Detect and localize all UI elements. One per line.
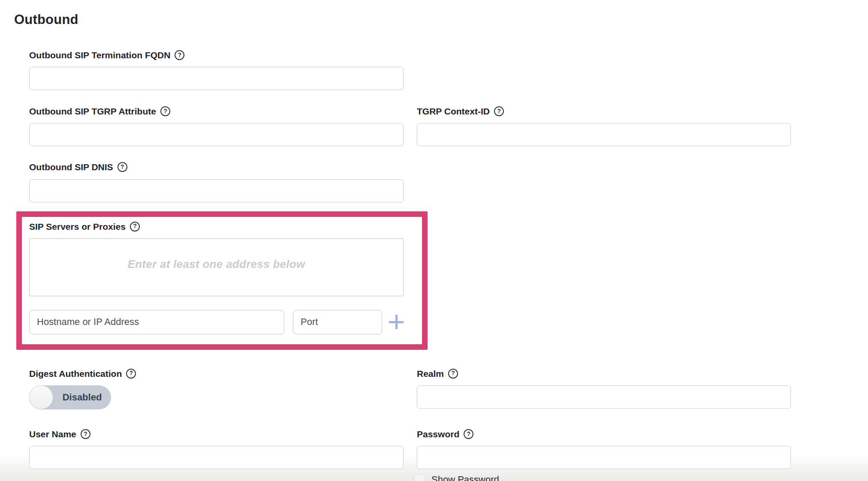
tgrp-context-id-label: TGRP Context-ID (417, 106, 490, 117)
dnis-label-row: Outbound SIP DNIS ? (29, 162, 404, 172)
password-help-icon[interactable]: ? (464, 429, 473, 439)
add-address-button plus-icon[interactable] (389, 315, 404, 329)
show-password-checkbox[interactable] (414, 474, 425, 481)
tgrp-context-id-input[interactable] (417, 123, 791, 146)
user-name-label: User Name (29, 429, 76, 439)
hostname-input[interactable] (29, 310, 284, 334)
sip-servers-row: SIP Servers or Proxies ? Enter at least … (29, 211, 868, 350)
tgrp-attribute-help-icon[interactable]: ? (160, 106, 170, 116)
fqdn-label-row: Outbound SIP Termination FQDN ? (29, 50, 404, 60)
tgrp-attribute-input[interactable] (29, 123, 404, 146)
show-password-label: Show Password (431, 474, 499, 481)
toggle-knob (29, 385, 53, 409)
digest-realm-row: Digest Authentication ? Disabled Realm ? (29, 368, 868, 409)
sip-servers-empty-placeholder: Enter at least one address below (127, 258, 305, 271)
tgrp-attribute-label: Outbound SIP TGRP Attribute (29, 106, 156, 117)
realm-label-row: Realm ? (417, 368, 791, 379)
digest-authentication-toggle[interactable]: Disabled (29, 385, 111, 409)
sip-servers-highlight-box: SIP Servers or Proxies ? Enter at least … (16, 211, 428, 350)
tgrp-context-id-label-row: TGRP Context-ID ? (417, 106, 791, 117)
password-label: Password (417, 429, 459, 439)
username-password-row: User Name ? Password ? Show Password (29, 429, 868, 481)
user-name-label-row: User Name ? (29, 429, 404, 439)
sip-servers-address-list[interactable]: Enter at least one address below (29, 238, 404, 296)
fqdn-row: Outbound SIP Termination FQDN ? (29, 50, 868, 90)
dnis-row: Outbound SIP DNIS ? (29, 162, 868, 202)
fqdn-label: Outbound SIP Termination FQDN (29, 50, 170, 60)
tgrp-context-id-help-icon[interactable]: ? (494, 106, 504, 116)
digest-authentication-label-row: Digest Authentication ? (29, 368, 404, 379)
password-input[interactable] (417, 446, 791, 469)
sip-servers-help-icon[interactable]: ? (130, 222, 140, 231)
dnis-label: Outbound SIP DNIS (29, 162, 113, 172)
digest-authentication-label: Digest Authentication (29, 368, 122, 379)
fqdn-help-icon[interactable]: ? (175, 50, 184, 60)
tgrp-row: Outbound SIP TGRP Attribute ? TGRP Conte… (29, 106, 868, 146)
outbound-settings-page: Outbound Outbound SIP Termination FQDN ?… (0, 0, 868, 481)
realm-help-icon[interactable]: ? (448, 369, 458, 379)
tgrp-attribute-label-row: Outbound SIP TGRP Attribute ? (29, 106, 404, 117)
user-name-help-icon[interactable]: ? (81, 429, 90, 439)
show-password-row: Show Password (414, 474, 791, 481)
digest-authentication-help-icon[interactable]: ? (126, 369, 136, 379)
port-input[interactable] (293, 310, 382, 334)
digest-authentication-state-label: Disabled (53, 385, 111, 409)
sip-servers-label: SIP Servers or Proxies (29, 221, 126, 232)
page-title: Outbound (14, 12, 868, 27)
dnis-help-icon[interactable]: ? (118, 162, 127, 172)
fqdn-input[interactable] (29, 67, 404, 90)
realm-label: Realm (417, 368, 444, 379)
realm-input[interactable] (417, 385, 791, 409)
sip-servers-label-row: SIP Servers or Proxies ? (29, 221, 404, 232)
user-name-input[interactable] (29, 446, 404, 469)
dnis-input[interactable] (29, 179, 404, 202)
password-label-row: Password ? (417, 429, 791, 439)
sip-servers-add-row (29, 310, 404, 334)
